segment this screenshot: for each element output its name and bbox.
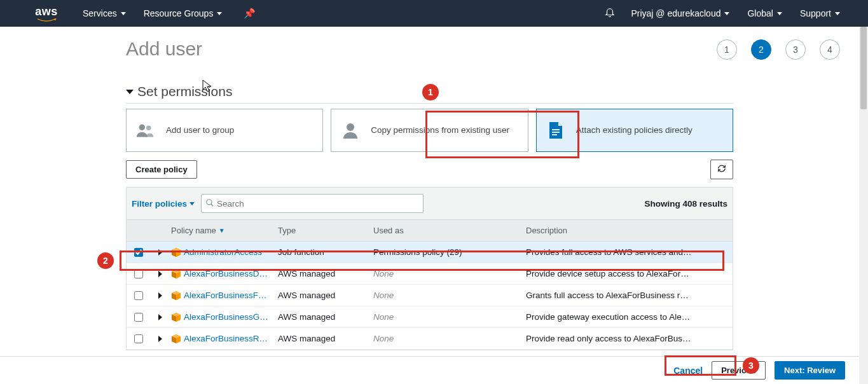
- policy-used-as: None: [373, 312, 526, 322]
- wizard-steps: 1234: [717, 39, 840, 60]
- policy-name-link[interactable]: AlexaForBusinessR…: [171, 334, 278, 343]
- svg-rect-5: [552, 134, 557, 135]
- policy-type: AWS managed: [278, 291, 373, 300]
- create-policy-button[interactable]: Create policy: [126, 160, 197, 179]
- wizard-footer: Cancel Previous Next: Review: [0, 356, 868, 384]
- policy-type: AWS managed: [278, 334, 373, 343]
- expand-row-button[interactable]: [149, 292, 171, 299]
- user-icon: [339, 121, 362, 140]
- refresh-button[interactable]: [710, 160, 733, 179]
- policy-description: Grants full access to AlexaForBusiness r…: [526, 291, 729, 300]
- page-title: Add user: [126, 38, 733, 60]
- pin-icon[interactable]: 📌: [244, 8, 256, 19]
- annotation-badge-1: 1: [422, 84, 439, 100]
- policy-description: Provides full access to AWS services and…: [526, 247, 729, 257]
- chevron-right-icon: [158, 249, 162, 256]
- policy-table: Filter policies Showing 408 results Poli…: [126, 187, 733, 350]
- caret-down-icon: [835, 12, 840, 15]
- policy-type: AWS managed: [278, 312, 373, 322]
- chevron-right-icon: [158, 271, 162, 277]
- table-header: Policy name ▼ Type Used as Description: [127, 220, 733, 242]
- row-checkbox[interactable]: [134, 270, 143, 278]
- policy-description: Provide device setup access to AlexaFor…: [526, 269, 729, 278]
- chevron-down-icon: [126, 90, 134, 94]
- option-add-to-group[interactable]: Add user to group: [126, 109, 323, 152]
- mouse-cursor-icon: [202, 79, 212, 92]
- expand-row-button[interactable]: [149, 314, 171, 320]
- option-copy-permissions[interactable]: Copy permissions from existing user: [331, 109, 528, 152]
- aws-logo[interactable]: aws: [33, 5, 60, 22]
- policy-description: Provide read only access to AlexaForBus…: [526, 334, 729, 343]
- search-box[interactable]: [201, 194, 424, 213]
- page-body: Add user 1234 Set permissions Add user t…: [0, 27, 859, 356]
- table-row[interactable]: AlexaForBusinessD…AWS managedNoneProvide…: [127, 263, 733, 285]
- col-policy-name[interactable]: Policy name ▼: [171, 226, 278, 235]
- table-row[interactable]: AlexaForBusinessF…AWS managedNoneGrants …: [127, 285, 733, 306]
- policy-name-link[interactable]: AdministratorAccess: [171, 247, 278, 257]
- table-row[interactable]: AdministratorAccessJob functionPermissio…: [127, 242, 733, 263]
- caret-down-icon: [724, 12, 729, 15]
- filter-policies-dropdown[interactable]: Filter policies: [132, 199, 195, 209]
- wizard-step-4[interactable]: 4: [820, 39, 840, 60]
- nav-resource-groups[interactable]: Resource Groups: [144, 8, 223, 18]
- option-label: Attach existing policies directly: [576, 125, 692, 136]
- policy-description: Provide gateway execution access to Ale…: [526, 312, 729, 322]
- svg-point-6: [207, 199, 212, 204]
- policy-used-as: Permissions policy (29): [373, 247, 526, 257]
- policy-used-as: None: [373, 334, 526, 343]
- chevron-right-icon: [158, 336, 162, 342]
- policy-name-link[interactable]: AlexaForBusinessG…: [171, 312, 278, 322]
- option-attach-policies[interactable]: Attach existing policies directly: [536, 109, 733, 152]
- nav-support[interactable]: Support: [800, 8, 840, 18]
- search-input[interactable]: [217, 199, 419, 209]
- table-row[interactable]: AlexaForBusinessR…AWS managedNoneProvide…: [127, 328, 733, 350]
- svg-rect-4: [552, 132, 560, 133]
- policy-used-as: None: [373, 291, 526, 300]
- annotation-badge-2: 2: [97, 252, 114, 269]
- row-checkbox[interactable]: [134, 334, 143, 343]
- svg-point-1: [146, 125, 151, 130]
- nav-region[interactable]: Global: [747, 8, 782, 18]
- wizard-step-3[interactable]: 3: [785, 39, 806, 60]
- expand-row-button[interactable]: [149, 271, 171, 277]
- nav-services[interactable]: Services: [83, 8, 126, 18]
- vertical-scrollbar[interactable]: [859, 27, 868, 384]
- nav-account[interactable]: Priyaj @ edurekacloud: [631, 8, 729, 18]
- policy-name-link[interactable]: AlexaForBusinessD…: [171, 269, 278, 278]
- col-type[interactable]: Type: [278, 226, 373, 235]
- table-row[interactable]: AlexaForBusinessG…AWS managedNoneProvide…: [127, 306, 733, 328]
- svg-point-2: [347, 123, 354, 131]
- document-icon: [544, 121, 567, 140]
- caret-down-icon: [777, 12, 782, 15]
- wizard-step-1[interactable]: 1: [717, 39, 737, 60]
- next-review-button[interactable]: Next: Review: [775, 361, 845, 380]
- col-used-as[interactable]: Used as: [373, 226, 526, 235]
- option-label: Add user to group: [166, 125, 234, 136]
- permission-options: Add user to group Copy permissions from …: [126, 109, 733, 152]
- chevron-right-icon: [158, 292, 162, 299]
- chevron-right-icon: [158, 314, 162, 320]
- results-count: Showing 408 results: [644, 199, 727, 209]
- caret-down-icon: [217, 12, 222, 15]
- svg-rect-3: [552, 129, 560, 130]
- sort-icon: ▼: [219, 227, 225, 234]
- group-icon: [134, 121, 157, 140]
- policy-name-link[interactable]: AlexaForBusinessF…: [171, 291, 278, 300]
- annotation-badge-3: 3: [743, 357, 759, 374]
- wizard-step-2[interactable]: 2: [751, 39, 771, 60]
- option-label: Copy permissions from existing user: [371, 125, 509, 136]
- svg-point-0: [139, 125, 145, 130]
- row-checkbox[interactable]: [134, 248, 143, 257]
- col-description[interactable]: Description: [526, 226, 729, 235]
- cancel-button[interactable]: Cancel: [673, 366, 703, 376]
- expand-row-button[interactable]: [149, 249, 171, 256]
- caret-down-icon: [189, 202, 195, 205]
- row-checkbox[interactable]: [134, 313, 143, 322]
- row-checkbox[interactable]: [134, 291, 143, 300]
- top-nav: aws Services Resource Groups 📌 Priyaj @ …: [0, 0, 868, 27]
- policy-type: AWS managed: [278, 269, 373, 278]
- notifications-icon[interactable]: [604, 6, 616, 21]
- policy-type: Job function: [278, 247, 373, 257]
- search-icon: [205, 198, 214, 209]
- expand-row-button[interactable]: [149, 336, 171, 342]
